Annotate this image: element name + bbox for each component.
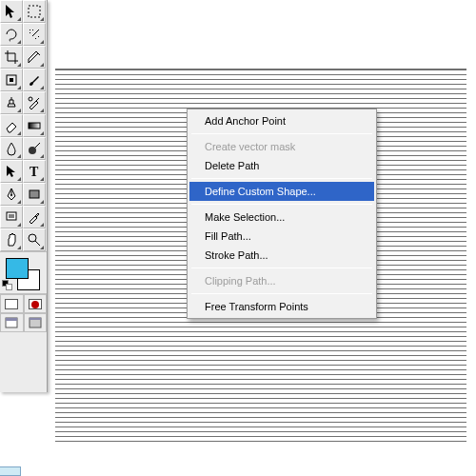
eraser-tool[interactable] <box>0 114 23 137</box>
hand-tool[interactable] <box>0 228 23 251</box>
notes-tool[interactable] <box>0 206 23 228</box>
color-swatches[interactable] <box>0 252 47 294</box>
svg-rect-9 <box>7 212 16 220</box>
svg-point-10 <box>29 234 36 242</box>
menu-free-transform-points[interactable]: Free Transform Points <box>189 297 374 316</box>
svg-point-5 <box>29 147 36 154</box>
toolbox-panel: T <box>0 0 48 392</box>
lasso-tool[interactable] <box>0 23 23 46</box>
gradient-tool[interactable] <box>23 114 46 137</box>
path-selection-tool[interactable] <box>0 160 23 183</box>
menu-make-selection[interactable]: Make Selection... <box>189 208 374 227</box>
svg-rect-14 <box>30 318 41 320</box>
svg-rect-4 <box>29 123 40 129</box>
move-tool[interactable] <box>0 0 23 23</box>
menu-separator <box>191 293 372 294</box>
horizontal-scrollbar[interactable] <box>0 466 21 476</box>
path-context-menu: Add Anchor Point Create vector mask Dele… <box>187 109 377 319</box>
edit-mode-row <box>0 294 47 313</box>
clone-stamp-tool[interactable] <box>0 91 23 114</box>
menu-clipping-path: Clipping Path... <box>189 271 374 290</box>
svg-rect-8 <box>30 190 39 198</box>
menu-define-custom-shape[interactable]: Define Custom Shape... <box>189 182 374 201</box>
zoom-tool[interactable] <box>23 228 46 251</box>
menu-separator <box>191 133 372 134</box>
pen-tool[interactable] <box>0 183 23 206</box>
menu-add-anchor-point[interactable]: Add Anchor Point <box>189 111 374 130</box>
crop-tool[interactable] <box>0 46 23 69</box>
standard-mode-button[interactable] <box>0 294 24 313</box>
menu-delete-path[interactable]: Delete Path <box>189 156 374 175</box>
magic-wand-tool[interactable] <box>23 23 46 46</box>
eyedropper-tool[interactable] <box>23 206 46 228</box>
screen-full-menu-button[interactable] <box>24 313 48 332</box>
quickmask-mode-button[interactable] <box>24 294 48 313</box>
svg-text:T: T <box>30 165 39 179</box>
screen-standard-button[interactable] <box>0 313 24 332</box>
slice-tool[interactable] <box>23 46 46 69</box>
svg-rect-0 <box>29 6 40 17</box>
type-tool[interactable]: T <box>23 160 46 183</box>
healing-brush-tool[interactable] <box>0 69 23 91</box>
blur-tool[interactable] <box>0 137 23 160</box>
rect-marquee-tool[interactable] <box>23 0 46 23</box>
history-brush-tool[interactable] <box>23 91 46 114</box>
menu-separator <box>191 268 372 268</box>
svg-point-7 <box>10 194 12 196</box>
svg-point-3 <box>29 97 32 101</box>
brush-tool[interactable] <box>23 69 46 91</box>
menu-separator <box>191 178 372 179</box>
menu-separator <box>191 204 372 205</box>
rect-shape-tool[interactable] <box>23 183 46 206</box>
svg-rect-2 <box>10 78 13 82</box>
tool-grid: T <box>0 0 47 252</box>
menu-fill-path[interactable]: Fill Path... <box>189 227 374 246</box>
default-colors-icon[interactable] <box>2 280 13 291</box>
menu-stroke-path[interactable]: Stroke Path... <box>189 246 374 265</box>
dodge-tool[interactable] <box>23 137 46 160</box>
menu-create-vector-mask: Create vector mask <box>189 137 374 156</box>
svg-rect-12 <box>6 318 17 321</box>
screen-mode-row <box>0 313 47 332</box>
foreground-color-swatch[interactable] <box>6 258 29 279</box>
